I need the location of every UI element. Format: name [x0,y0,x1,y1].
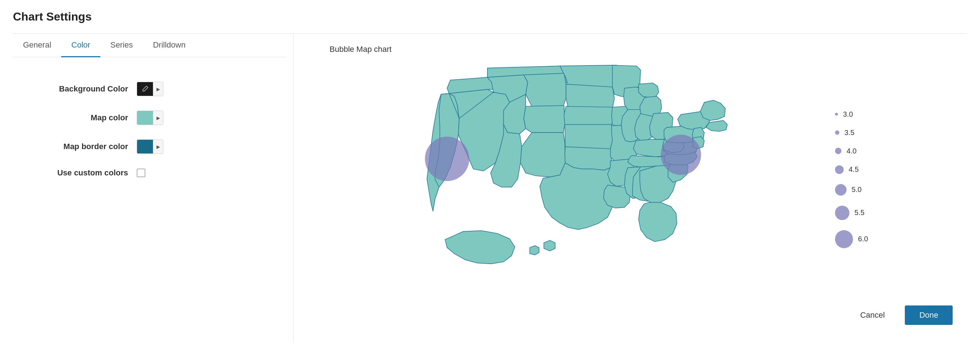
legend-item-5-5: 5.5 [835,206,864,220]
custom-colors-row: Use custom colors [27,161,286,185]
bubble-northeast [661,135,701,175]
legend-item-4-5: 4.5 [835,165,859,174]
map-color-swatch [137,110,153,125]
map-color-label: Map color [27,113,128,123]
custom-colors-label: Use custom colors [27,168,128,177]
footer-buttons: Cancel Done [308,298,953,332]
legend-circle-5-0 [835,184,846,196]
legend-item-6-0: 6.0 [835,230,868,248]
legend-circle-5-5 [835,206,850,220]
left-panel: General Color Series Drilldown Backgroun… [13,34,294,343]
chart-title: Bubble Map chart [329,45,953,54]
legend-circle-4-0 [835,148,842,154]
content-area: General Color Series Drilldown Backgroun… [13,34,967,343]
page-title: Chart Settings [13,10,967,23]
map-border-color-button[interactable]: ▶ [137,139,163,154]
right-panel: Bubble Map chart [294,34,967,343]
legend-circle-3-5 [835,130,839,135]
cancel-button[interactable]: Cancel [847,305,897,325]
pencil-icon [142,85,149,93]
settings-rows: Background Color ▶ Map color [13,75,286,185]
tab-color[interactable]: Color [61,34,100,57]
legend-value-4-5: 4.5 [849,165,859,174]
legend-value-5-0: 5.0 [851,185,862,194]
legend-item-4-0: 4.0 [835,147,857,155]
legend-value-3-5: 3.5 [844,129,854,137]
legend-value-6-0: 6.0 [858,235,868,243]
map-color-arrow[interactable]: ▶ [153,110,163,125]
legend-item-3-0: 3.0 [835,110,853,118]
background-color-swatch [137,82,153,96]
legend-circle-4-5 [835,165,844,174]
map-color-button[interactable]: ▶ [137,110,163,125]
legend-value-3-0: 3.0 [843,110,853,118]
bubble-california [425,137,469,181]
background-color-label: Background Color [27,84,128,94]
chart-area: 3.0 3.5 4.0 4.5 [308,60,953,298]
legend-circle-6-0 [835,230,853,248]
tab-series[interactable]: Series [100,34,143,57]
tab-drilldown[interactable]: Drilldown [143,34,195,57]
custom-colors-checkbox[interactable] [137,169,145,177]
legend-item-3-5: 3.5 [835,129,854,137]
map-border-color-arrow[interactable]: ▶ [153,139,163,154]
map-border-color-swatch [137,139,153,154]
background-color-row: Background Color ▶ [27,75,286,103]
bubble-map-svg [393,62,824,296]
legend-container: 3.0 3.5 4.0 4.5 [835,103,868,256]
map-color-row: Map color ▶ [27,103,286,132]
map-border-color-label: Map border color [27,142,128,151]
tab-general[interactable]: General [13,34,61,57]
legend-circle-3-0 [835,113,838,116]
done-button[interactable]: Done [905,305,953,325]
map-border-color-row: Map border color ▶ [27,132,286,161]
legend-item-5-0: 5.0 [835,184,862,196]
background-color-button[interactable]: ▶ [137,82,163,96]
background-color-arrow[interactable]: ▶ [153,82,163,96]
map-container [393,62,824,296]
legend-value-5-5: 5.5 [854,209,864,217]
legend-value-4-0: 4.0 [846,147,857,155]
tabs-bar: General Color Series Drilldown [13,34,286,57]
page-wrapper: Chart Settings General Color Series Dril… [0,0,980,353]
